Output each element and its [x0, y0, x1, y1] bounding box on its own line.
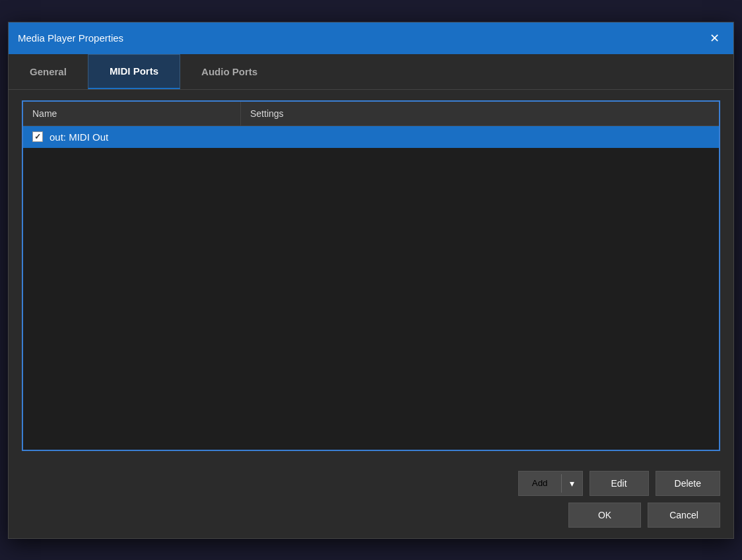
delete-button[interactable]: Delete: [656, 471, 720, 496]
edit-button[interactable]: Edit: [590, 471, 649, 496]
table-header: Name Settings: [23, 102, 719, 126]
row-checkbox[interactable]: [32, 131, 43, 142]
add-button-group: Add ▾: [518, 471, 583, 496]
table-body: out: MIDI Out: [23, 126, 719, 450]
dialog-title: Media Player Properties: [18, 32, 123, 44]
confirm-buttons-row: OK Cancel: [9, 501, 733, 538]
media-player-properties-dialog: Media Player Properties ✕ General MIDI P…: [8, 22, 734, 539]
table-row[interactable]: out: MIDI Out: [23, 126, 719, 148]
ports-table: Name Settings out: MIDI Out: [22, 100, 720, 451]
ok-button[interactable]: OK: [568, 503, 641, 528]
add-dropdown-button[interactable]: ▾: [562, 472, 582, 495]
tab-midi-ports[interactable]: MIDI Ports: [88, 54, 180, 89]
tab-bar: General MIDI Ports Audio Ports: [9, 54, 733, 90]
close-button[interactable]: ✕: [704, 28, 724, 48]
row-name: out: MIDI Out: [50, 131, 108, 143]
title-bar: Media Player Properties ✕: [9, 22, 733, 54]
content-area: Name Settings out: MIDI Out: [9, 90, 733, 462]
column-settings-header: Settings: [241, 102, 719, 125]
add-button[interactable]: Add: [519, 472, 561, 495]
tab-audio-ports[interactable]: Audio Ports: [180, 54, 279, 89]
tab-general[interactable]: General: [9, 54, 88, 89]
cancel-button[interactable]: Cancel: [648, 503, 720, 528]
column-name-header: Name: [23, 102, 241, 125]
action-buttons-row: Add ▾ Edit Delete: [9, 462, 733, 501]
